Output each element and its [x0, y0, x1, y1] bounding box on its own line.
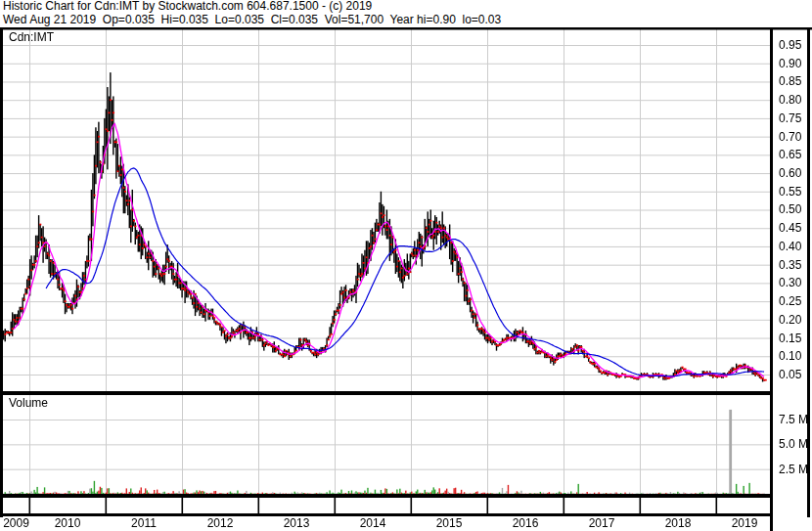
price-axis-tick: 0.30 [779, 277, 801, 288]
stockwatch-historic-chart: Historic Chart for Cdn:IMT by Stockwatch… [0, 0, 812, 531]
price-axis-tick: 0.25 [779, 295, 801, 307]
year-label: 2013 [284, 517, 310, 530]
year-label: 2015 [436, 517, 463, 530]
year-label: 2016 [513, 517, 539, 530]
year-label: 2019 [732, 517, 758, 530]
price-axis-tick: 0.40 [779, 241, 801, 252]
price-axis-tick: 0.70 [779, 131, 801, 143]
price-axis-tick: 0.20 [779, 314, 801, 326]
price-axis-tick: 0.10 [779, 350, 801, 362]
price-axis-tick: 0.50 [779, 203, 801, 215]
price-axis-tick: 0.90 [779, 58, 801, 69]
price-volume-chart-canvas [0, 0, 812, 531]
quote-summary: Wed Aug 21 2019 Op=0.035 Hi=0.035 Lo=0.0… [0, 14, 812, 27]
volume-axis-tick: 5.0 M [779, 438, 808, 450]
year-label: 2014 [360, 517, 386, 530]
price-axis-tick: 0.05 [779, 369, 801, 380]
price-axis-tick: 0.45 [779, 222, 801, 234]
price-axis-tick: 0.80 [779, 94, 801, 106]
price-axis-tick: 0.75 [779, 112, 801, 124]
price-axis-tick: 0.60 [779, 167, 801, 179]
price-axis-tick: 0.65 [779, 149, 801, 160]
year-label: 2012 [207, 517, 234, 530]
volume-axis-tick: 2.5 M [779, 464, 808, 475]
symbol-label: Cdn:IMT [9, 31, 54, 44]
year-label: 2017 [589, 517, 615, 530]
price-axis-tick: 0.55 [779, 186, 801, 198]
volume-axis-tick: 7.5 M [779, 414, 808, 425]
price-axis-tick: 0.95 [779, 39, 801, 51]
year-label: 2010 [55, 517, 81, 530]
price-axis-tick: 0.85 [779, 75, 801, 87]
chart-header: Historic Chart for Cdn:IMT by Stockwatch… [0, 0, 812, 27]
year-label: 2009 [3, 517, 29, 530]
price-axis-tick: 0.35 [779, 259, 801, 271]
volume-panel-label: Volume [9, 397, 48, 410]
price-axis-tick: 0.15 [779, 332, 801, 344]
year-label: 2018 [665, 517, 692, 530]
chart-title: Historic Chart for Cdn:IMT by Stockwatch… [0, 0, 812, 14]
year-label: 2011 [131, 517, 157, 530]
